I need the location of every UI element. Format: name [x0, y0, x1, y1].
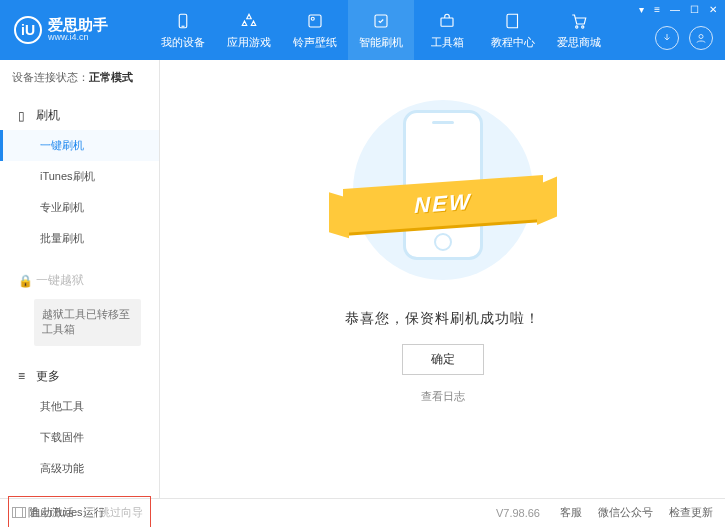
nav-my-device[interactable]: 我的设备 [150, 0, 216, 60]
logo-badge: iU [14, 16, 42, 44]
nav-label: 应用游戏 [227, 35, 271, 50]
svg-point-3 [311, 17, 314, 20]
user-icon[interactable] [689, 26, 713, 50]
block-itunes-checkbox[interactable]: 阻止iTunes运行 [12, 505, 105, 520]
window-controls: ▾ ≡ — ☐ ✕ [637, 2, 719, 17]
success-message: 恭喜您，保资料刷机成功啦！ [345, 310, 540, 328]
sidebar-header-more[interactable]: ≡ 更多 [0, 362, 159, 391]
footer-link-update[interactable]: 检查更新 [669, 505, 713, 520]
minimize-icon[interactable]: — [668, 2, 682, 17]
sidebar: 设备连接状态：正常模式 ▯ 刷机 一键刷机 iTunes刷机 专业刷机 批量刷机… [0, 60, 160, 498]
cart-icon [569, 11, 589, 31]
top-nav: 我的设备 应用游戏 铃声壁纸 智能刷机 工具箱 教程中心 爱思商城 [150, 0, 612, 60]
sidebar-item-oneclick-flash[interactable]: 一键刷机 [0, 130, 159, 161]
lock-icon: 🔒 [18, 274, 30, 288]
close-icon[interactable]: ✕ [707, 2, 719, 17]
success-illustration: NEW [333, 90, 553, 290]
logo-subtitle: www.i4.cn [48, 33, 108, 43]
titlebar: iU 爱思助手 www.i4.cn 我的设备 应用游戏 铃声壁纸 智能刷机 工具… [0, 0, 725, 60]
image-icon [305, 11, 325, 31]
svg-rect-5 [441, 18, 453, 26]
sidebar-item-other-tools[interactable]: 其他工具 [0, 391, 159, 422]
nav-ringtones[interactable]: 铃声壁纸 [282, 0, 348, 60]
settings-icon[interactable]: ≡ [652, 2, 662, 17]
sidebar-item-pro-flash[interactable]: 专业刷机 [0, 192, 159, 223]
book-icon [503, 11, 523, 31]
version-label: V7.98.66 [496, 507, 540, 519]
phone-small-icon: ▯ [18, 109, 30, 123]
svg-point-6 [576, 25, 578, 27]
ok-button[interactable]: 确定 [402, 344, 484, 375]
more-icon: ≡ [18, 369, 30, 383]
nav-label: 教程中心 [491, 35, 535, 50]
maximize-icon[interactable]: ☐ [688, 2, 701, 17]
sidebar-item-batch-flash[interactable]: 批量刷机 [0, 223, 159, 254]
nav-label: 爱思商城 [557, 35, 601, 50]
sidebar-item-advanced[interactable]: 高级功能 [0, 453, 159, 484]
jailbreak-moved-note: 越狱工具已转移至工具箱 [34, 299, 141, 346]
footer-link-support[interactable]: 客服 [560, 505, 582, 520]
svg-rect-2 [309, 15, 321, 27]
sidebar-header-jailbreak: 🔒 一键越狱 [0, 266, 159, 295]
sidebar-item-itunes-flash[interactable]: iTunes刷机 [0, 161, 159, 192]
nav-label: 我的设备 [161, 35, 205, 50]
view-log-link[interactable]: 查看日志 [421, 389, 465, 404]
nav-tutorials[interactable]: 教程中心 [480, 0, 546, 60]
main-content: NEW 恭喜您，保资料刷机成功啦！ 确定 查看日志 [160, 60, 725, 498]
ribbon-text: NEW [414, 189, 471, 219]
toolbox-icon [437, 11, 457, 31]
nav-apps-games[interactable]: 应用游戏 [216, 0, 282, 60]
footer-link-wechat[interactable]: 微信公众号 [598, 505, 653, 520]
sidebar-header-flash[interactable]: ▯ 刷机 [0, 101, 159, 130]
nav-toolbox[interactable]: 工具箱 [414, 0, 480, 60]
nav-label: 工具箱 [431, 35, 464, 50]
nav-store[interactable]: 爱思商城 [546, 0, 612, 60]
phone-icon [173, 11, 193, 31]
logo: iU 爱思助手 www.i4.cn [0, 16, 150, 44]
apps-icon [239, 11, 259, 31]
nav-label: 铃声壁纸 [293, 35, 337, 50]
nav-label: 智能刷机 [359, 35, 403, 50]
download-icon[interactable] [655, 26, 679, 50]
svg-point-8 [699, 35, 703, 39]
connection-status: 设备连接状态：正常模式 [0, 60, 159, 95]
nav-smart-flash[interactable]: 智能刷机 [348, 0, 414, 60]
sidebar-item-download-firmware[interactable]: 下载固件 [0, 422, 159, 453]
svg-point-7 [582, 25, 584, 27]
menu-icon[interactable]: ▾ [637, 2, 646, 17]
refresh-icon [371, 11, 391, 31]
header-right-icons [655, 26, 713, 50]
logo-title: 爱思助手 [48, 17, 108, 34]
